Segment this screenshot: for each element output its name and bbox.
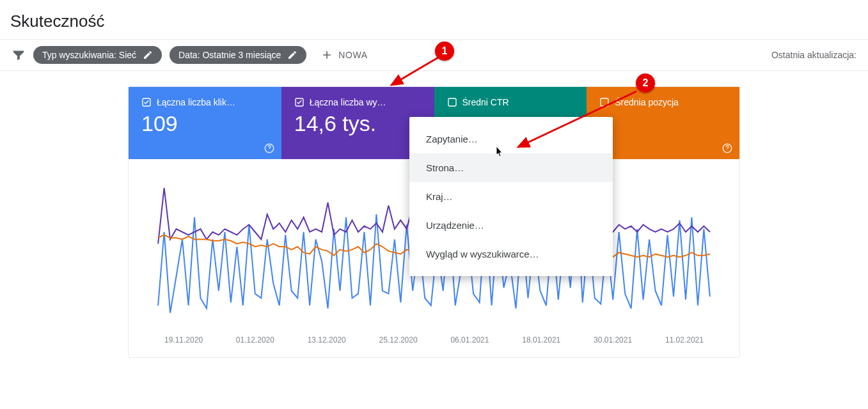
filter-chip-search-type[interactable]: Typ wyszukiwania: Sieć (33, 46, 162, 64)
chip-label: Typ wyszukiwania: Sieć (42, 50, 136, 60)
menu-item-country[interactable]: Kraj… (409, 182, 613, 211)
date-tick: 11.02.2021 (665, 336, 704, 344)
menu-item-device[interactable]: Urządzenie… (409, 211, 613, 240)
new-filter-menu: Zapytanie… Strona… Kraj… Urządzenie… Wyg… (409, 117, 613, 276)
pencil-icon (287, 50, 297, 60)
page-title: Skuteczność (0, 0, 868, 39)
add-filter-button[interactable]: NOWA (320, 49, 367, 61)
metric-label: Średni CTR (462, 97, 509, 107)
date-tick: 18.01.2021 (522, 336, 560, 344)
filter-bar: Typ wyszukiwania: Sieć Data: Ostatnie 3 … (0, 39, 868, 71)
date-tick: 13.12.2020 (308, 336, 346, 344)
help-icon[interactable] (264, 143, 275, 154)
menu-item-appearance[interactable]: Wygląd w wyszukiwarce… (409, 240, 613, 268)
menu-item-query[interactable]: Zapytanie… (409, 125, 613, 153)
filter-icon[interactable] (12, 48, 26, 62)
checkbox-checked-icon (141, 97, 152, 107)
metric-value: 109 (141, 111, 269, 136)
date-tick: 06.01.2021 (450, 336, 489, 344)
metric-label: Łączna liczba klik… (157, 97, 235, 107)
filter-chip-date[interactable]: Data: Ostatnie 3 miesiące (170, 46, 306, 64)
date-tick: 30.01.2021 (594, 336, 632, 344)
svg-rect-8 (601, 98, 608, 106)
metric-label: Średnia pozycja (615, 97, 679, 107)
pencil-icon (143, 50, 153, 60)
add-filter-label: NOWA (338, 50, 367, 60)
menu-item-page[interactable]: Strona… (409, 153, 613, 182)
checkbox-unchecked-icon (447, 97, 457, 107)
annotation-badge-2: 2 (636, 73, 655, 93)
chip-label: Data: Ostatnie 3 miesiące (178, 50, 281, 60)
metric-label: Łączna liczba wy… (310, 97, 386, 107)
metric-value: 14,6 tys. (294, 111, 422, 136)
date-tick: 19.11.2020 (164, 336, 203, 344)
checkbox-checked-icon (294, 97, 304, 107)
plus-icon (320, 49, 333, 61)
date-tick: 01.12.2020 (236, 336, 274, 344)
chart-date-axis: 19.11.202001.12.202013.12.202025.12.2020… (139, 336, 729, 344)
svg-rect-6 (448, 98, 456, 106)
last-update-label: Ostatnia aktualizacja: (771, 50, 856, 60)
checkbox-unchecked-icon (599, 97, 610, 107)
metric-clicks[interactable]: Łączna liczba klik… 109 (129, 87, 281, 159)
annotation-badge-1: 1 (435, 42, 454, 61)
help-icon[interactable] (722, 143, 733, 154)
date-tick: 25.12.2020 (379, 336, 418, 344)
